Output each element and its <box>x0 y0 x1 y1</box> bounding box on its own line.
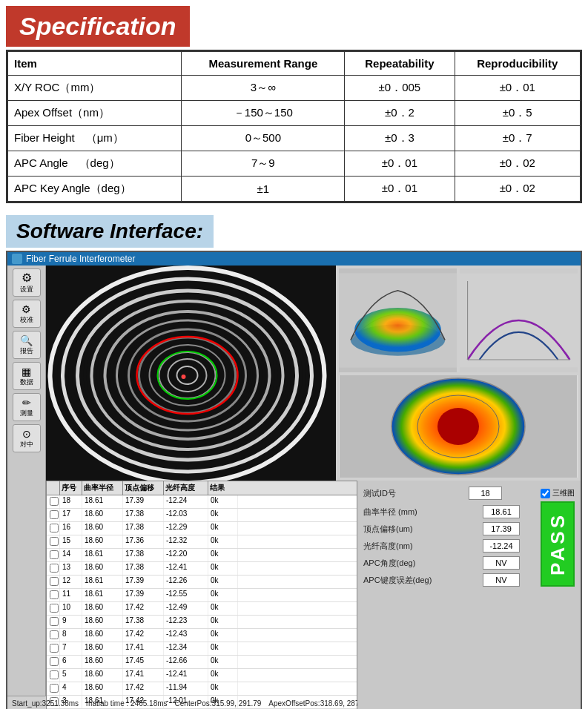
sw-title: Software Interface: <box>16 220 203 243</box>
spec-cell: ±0．2 <box>345 101 455 126</box>
sidebar-btn-center[interactable]: ⊙ 对中 <box>13 424 41 452</box>
measure-value-roc: 18.61 <box>483 505 520 518</box>
measure-label-apex: 顶点偏移(um) <box>363 524 441 535</box>
spec-cell: ±0．01 <box>455 76 580 101</box>
spec-cell: ±0．7 <box>455 126 580 151</box>
spec-cell: 0～500 <box>182 126 345 151</box>
curve-graph-view <box>460 268 578 372</box>
sidebar-label-settings: 设置 <box>20 285 33 294</box>
measure-value-apckey: NV <box>483 573 520 587</box>
measure-label-apc: APC角度(deg) <box>363 558 441 569</box>
col-hdr-result: 结果 <box>208 481 238 495</box>
sidebar-btn-settings[interactable]: ⚙ 设置 <box>13 268 41 297</box>
data-table-row: 1018.6017.42-12.490k <box>47 602 357 616</box>
spec-cell: ±0．5 <box>455 101 580 126</box>
data-table-row: 1218.6117.39-12.260k <box>47 576 357 589</box>
data-table-row: 1118.6117.39-12.550k <box>47 589 357 602</box>
checkbox-3d-label: 三维图 <box>552 488 575 498</box>
spec-cell: ±1 <box>182 177 345 202</box>
data-table-row: 1618.6017.38-12.290k <box>47 522 357 535</box>
spec-title: Specification <box>19 12 176 40</box>
svg-point-35 <box>437 408 479 445</box>
spec-cell: ±0．02 <box>455 151 580 177</box>
spec-cell: ±0．01 <box>345 151 455 177</box>
measure-value-apex: 17.39 <box>483 522 520 535</box>
spec-cell: X/Y ROC（mm） <box>8 76 182 101</box>
spec-cell: APC Key Angle（deg） <box>8 177 182 202</box>
data-table-row: 818.6017.42-12.430k <box>47 629 357 642</box>
spec-cell: －150～150 <box>182 101 345 126</box>
measurement-panel: 测试ID号 18 三维图 曲率半径 (mm) 18.61 ✓ <box>357 481 581 709</box>
pass-badge: PASS <box>541 501 575 587</box>
spec-header-block: Specification <box>6 6 190 47</box>
sw-titlebar-icon <box>12 254 22 264</box>
spec-cell: 7～9 <box>182 151 345 177</box>
data-table-row: 1418.6117.38-12.200k <box>47 549 357 562</box>
col-header-item: Item <box>8 52 182 76</box>
sidebar-label-report: 报告 <box>20 346 33 356</box>
checkbox-3d[interactable] <box>541 489 550 498</box>
sw-sidebar: ⚙ 设置 ⚙ 校准 🔍 报告 ▦ 数据 ✏ 测量 ⊙ 对中 <box>7 266 46 696</box>
col-hdr-apex: 顶点偏移 <box>123 481 164 495</box>
sidebar-btn-measure[interactable]: ✏ 测量 <box>13 393 41 421</box>
measure-label-apckey: APC键度误差(deg) <box>363 575 441 586</box>
sidebar-btn-data[interactable]: ▦ 数据 <box>13 362 41 390</box>
data-table-row: 618.6017.45-12.660k <box>47 656 357 669</box>
status-startup: Start_up:3251.38ms <box>12 699 79 708</box>
spec-cell: ±0．01 <box>345 177 455 202</box>
measure-value-fh: -12.24 <box>483 539 520 553</box>
interferogram-svg <box>46 266 336 481</box>
col-header-reproducibility: Reproducibility <box>455 52 580 76</box>
heatmap-view <box>339 375 578 478</box>
data-table-row: 1318.6017.38-12.410k <box>47 562 357 576</box>
col-hdr-roc: 曲率半径 <box>82 481 123 495</box>
sidebar-btn-calibrate[interactable]: ⚙ 校准 <box>13 300 41 328</box>
data-table-row: 518.6017.41-12.410k <box>47 669 357 682</box>
sidebar-label-data: 数据 <box>20 377 33 387</box>
measure-label-fh: 光纤高度(nm) <box>363 541 441 552</box>
data-table-row: 918.6017.38-12.230k <box>47 616 357 629</box>
id-value: 18 <box>469 487 502 500</box>
col-hdr-num: 序号 <box>60 481 82 495</box>
data-table-header: 序号 曲率半径 顶点偏移 光纤高度 结果 <box>47 481 357 495</box>
interferogram-panel <box>46 266 336 481</box>
3d-surface-view <box>339 268 457 372</box>
spec-cell: 3～∞ <box>182 76 345 101</box>
sidebar-btn-report[interactable]: 🔍 报告 <box>13 331 41 359</box>
software-screenshot: Fiber Ferrule Interferometer ⚙ 设置 ⚙ 校准 🔍… <box>6 251 582 709</box>
sw-titlebar-text: Fiber Ferrule Interferometer <box>26 254 135 264</box>
spec-cell: ±0．3 <box>345 126 455 151</box>
status-matlab: matlab time : 2465.18ms <box>86 699 168 708</box>
measure-label-roc: 曲率半径 (mm) <box>363 507 441 518</box>
status-centerpos: CenterPos:315.99, 291.79 <box>175 699 262 708</box>
spec-cell: Fiber Height （μm） <box>8 126 182 151</box>
svg-point-26 <box>182 375 186 379</box>
data-table-row: 1718.6017.38-12.030k <box>47 509 357 522</box>
spec-cell: ±0．02 <box>455 177 580 202</box>
id-label: 测试ID号 <box>363 488 430 499</box>
spec-cell: APC Angle （deg） <box>8 151 182 177</box>
col-header-repeatability: Repeatability <box>345 52 455 76</box>
sw-data-table: 序号 曲率半径 顶点偏移 光纤高度 结果 1818.6117.39-12.240… <box>46 481 357 709</box>
data-table-row: 1518.6017.36-12.320k <box>47 535 357 549</box>
sw-titlebar: Fiber Ferrule Interferometer <box>7 252 581 266</box>
sidebar-label-center: 对中 <box>20 440 33 449</box>
sw-3d-panel <box>336 266 581 481</box>
sidebar-label-calibrate: 校准 <box>20 315 33 325</box>
data-table-row: 1818.6117.39-12.240k <box>47 495 357 509</box>
col-hdr-fh: 光纤高度 <box>164 481 208 495</box>
sw-header-block: Software Interface: <box>6 215 214 248</box>
spec-cell: ±0．005 <box>345 76 455 101</box>
col-header-range: Measurement Range <box>182 52 345 76</box>
data-table-row: 718.6017.41-12.340k <box>47 642 357 656</box>
svg-point-29 <box>354 308 441 352</box>
measure-value-apc: NV <box>483 556 520 570</box>
data-table-row: 418.6017.42-11.940k <box>47 682 357 696</box>
spec-table: Item Measurement Range Repeatability Rep… <box>7 51 581 202</box>
pass-text: PASS <box>546 512 569 576</box>
status-apexoffset: ApexOffsetPos:318.69, 287.26 <box>268 699 369 708</box>
spec-cell: Apex Offset（nm） <box>8 101 182 126</box>
sidebar-label-measure: 测量 <box>20 409 33 418</box>
